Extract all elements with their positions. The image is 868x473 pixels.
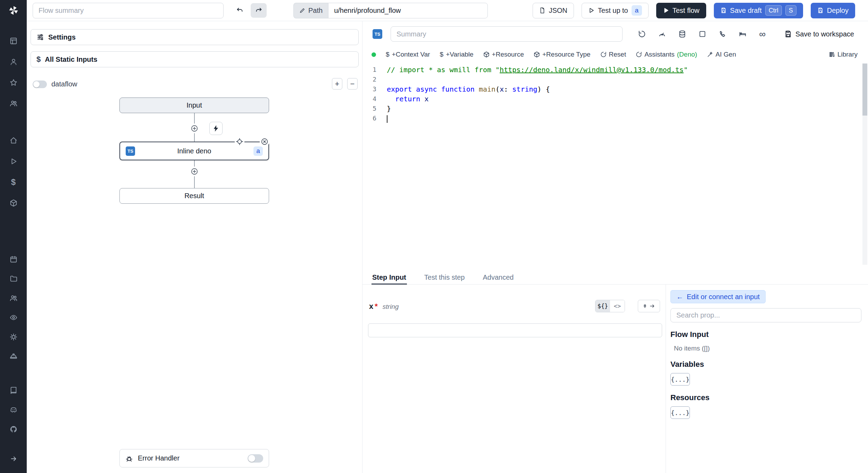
- sidebar-item-docs[interactable]: [6, 383, 21, 398]
- dataflow-toggle[interactable]: [33, 81, 47, 88]
- database-icon: [678, 30, 686, 38]
- test-up-to-button[interactable]: Test up to a: [582, 3, 649, 18]
- sidebar-item-settings[interactable]: [6, 329, 21, 345]
- connect-input-button[interactable]: [638, 300, 660, 312]
- sidebar-item-apps[interactable]: [6, 33, 21, 49]
- error-handler-toggle[interactable]: [248, 454, 263, 463]
- code-editor[interactable]: 1// import * as wmill from "https://deno…: [362, 62, 868, 270]
- sidebar-item-workers[interactable]: [6, 349, 21, 364]
- add-resource-type-button[interactable]: +Resource Type: [534, 51, 591, 58]
- error-handler-row[interactable]: Error Handler: [119, 449, 269, 467]
- deploy-button[interactable]: Deploy: [811, 3, 855, 18]
- redo-button[interactable]: [251, 3, 267, 18]
- tab-advanced[interactable]: Advanced: [482, 270, 514, 284]
- resources-chip[interactable]: {...}: [670, 406, 690, 419]
- flow-node-result[interactable]: Result: [119, 188, 269, 204]
- zoom-out-button[interactable]: −: [347, 78, 358, 90]
- close-circle-icon: [261, 138, 268, 145]
- flow-summary-input[interactable]: [33, 3, 224, 18]
- save-to-workspace-button[interactable]: Save to workspace: [784, 30, 854, 38]
- flow-settings-label: Settings: [48, 33, 76, 41]
- sidebar-expand-button[interactable]: [0, 451, 27, 466]
- sidebar-item-home[interactable]: [6, 133, 21, 148]
- test-flow-button[interactable]: Test flow: [656, 3, 706, 18]
- sidebar-item-github[interactable]: [6, 422, 21, 437]
- step-id-badge: a: [253, 146, 263, 156]
- ai-gen-button[interactable]: AI Gen: [707, 51, 736, 58]
- field-value-input[interactable]: [368, 323, 662, 337]
- add-resource-button[interactable]: +Resource: [483, 51, 524, 58]
- move-step-button[interactable]: [235, 137, 244, 146]
- scrollbar-thumb[interactable]: [862, 64, 867, 116]
- editor-scrollbar[interactable]: [862, 64, 867, 265]
- sidebar-item-runs[interactable]: [6, 154, 21, 169]
- code-line[interactable]: 2: [362, 75, 868, 84]
- edit-or-connect-button[interactable]: ← Edit or connect an input: [670, 290, 766, 303]
- save-icon: [784, 30, 792, 38]
- code-line[interactable]: 5}: [362, 104, 868, 113]
- code-mode-button[interactable]: <>: [610, 300, 625, 312]
- ai-gen-label: AI Gen: [716, 51, 736, 58]
- flow-node-inline-deno[interactable]: TS Inline deno a: [119, 142, 269, 160]
- retries-button[interactable]: [638, 30, 646, 38]
- sidebar-item-user[interactable]: [6, 54, 21, 69]
- summary-input[interactable]: [391, 26, 623, 42]
- flow-settings-button[interactable]: Settings: [31, 29, 359, 45]
- loop-button[interactable]: ∞: [759, 30, 766, 38]
- user-group-icon: [10, 294, 17, 302]
- suspend-button[interactable]: [719, 30, 726, 38]
- add-step-button[interactable]: [190, 124, 199, 133]
- windmill-logo-icon[interactable]: [0, 3, 27, 18]
- undo-button[interactable]: [232, 3, 248, 18]
- sleep-button[interactable]: [739, 30, 746, 38]
- sidebar-item-groups[interactable]: [6, 290, 21, 306]
- code-line[interactable]: 6: [362, 113, 868, 123]
- expr-mode-button[interactable]: ${}: [595, 300, 610, 312]
- add-variable-button[interactable]: $+Variable: [440, 51, 474, 58]
- prop-search-input[interactable]: [670, 308, 861, 322]
- play-icon: [663, 7, 669, 14]
- dollar-icon: $: [386, 51, 390, 58]
- sidebar-item-audit[interactable]: [6, 310, 21, 325]
- sidebar-item-resources[interactable]: [6, 195, 21, 211]
- add-context-var-button[interactable]: $+Context Var: [386, 51, 430, 58]
- path-edit-button[interactable]: Path: [293, 3, 328, 18]
- all-static-inputs-button[interactable]: $ All Static Inputs: [31, 51, 359, 67]
- sidebar-item-folders[interactable]: [6, 271, 21, 286]
- sidebar-item-schedules[interactable]: [6, 252, 21, 267]
- code-line[interactable]: 4 return x: [362, 94, 868, 104]
- editor-toolbar: $+Context Var $+Variable +Resource +Reso…: [362, 47, 868, 62]
- add-resource-label: +Resource: [492, 51, 524, 58]
- kbd-ctrl: Ctrl: [765, 5, 782, 16]
- zoom-in-button[interactable]: +: [332, 78, 342, 90]
- delete-step-button[interactable]: [260, 137, 269, 146]
- test-up-to-step-badge[interactable]: a: [632, 5, 642, 16]
- code-line[interactable]: 3export async function main(x: string) {: [362, 84, 868, 94]
- reset-button[interactable]: Reset: [600, 51, 626, 58]
- sidebar-item-discord[interactable]: [6, 402, 21, 417]
- cache-button[interactable]: [678, 30, 686, 38]
- concurrency-button[interactable]: [699, 30, 706, 38]
- sidebar-item-favorites[interactable]: [6, 75, 21, 90]
- sidebar-item-variables[interactable]: $: [6, 175, 21, 190]
- all-static-inputs-label: All Static Inputs: [45, 56, 97, 64]
- tab-step-input[interactable]: Step Input: [372, 270, 407, 284]
- gear-icon: [10, 333, 17, 341]
- variables-chip[interactable]: {...}: [670, 373, 690, 386]
- library-button[interactable]: Library: [829, 51, 858, 58]
- plus-circle-icon: [191, 168, 198, 175]
- add-step-button[interactable]: [190, 167, 199, 176]
- code-line[interactable]: 1// import * as wmill from "https://deno…: [362, 65, 868, 75]
- save-draft-button[interactable]: Save draft Ctrl S: [714, 3, 803, 18]
- json-button[interactable]: JSON: [533, 3, 574, 18]
- trigger-button[interactable]: [209, 122, 223, 135]
- path-input[interactable]: [328, 3, 488, 18]
- flow-node-input[interactable]: Input: [119, 98, 269, 113]
- kbd-s: S: [785, 5, 796, 16]
- calendar-icon: [10, 255, 17, 263]
- save-icon: [817, 7, 824, 14]
- sidebar-item-users[interactable]: [6, 96, 21, 111]
- early-stop-button[interactable]: [658, 30, 666, 38]
- assistants-button[interactable]: Assistants(Deno): [636, 51, 697, 58]
- tab-test-this-step[interactable]: Test this step: [424, 270, 466, 284]
